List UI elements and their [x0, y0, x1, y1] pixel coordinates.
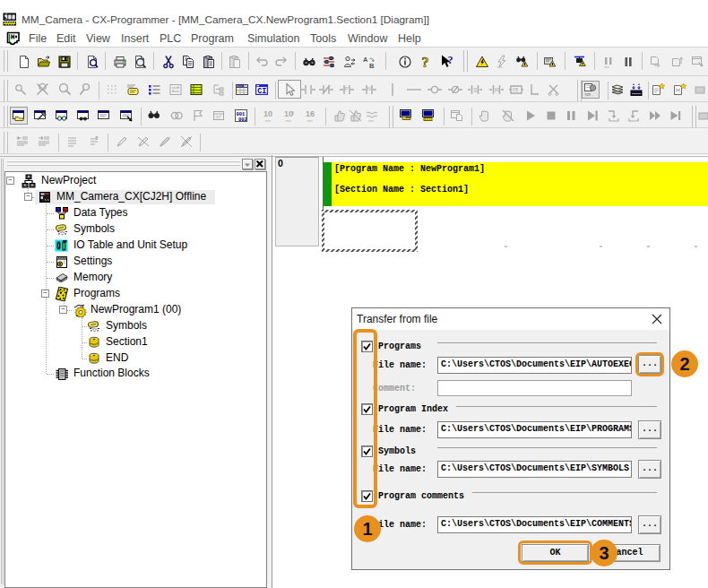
svg-text:S: S: [473, 87, 478, 93]
svg-text:16: 16: [306, 109, 315, 118]
svg-text:ron: ron: [604, 65, 609, 69]
svg-text:A: A: [363, 56, 368, 64]
svg-text:P: P: [345, 86, 349, 91]
svg-text:ron: ron: [368, 118, 374, 123]
svg-text:?: ?: [422, 55, 429, 69]
svg-text:ron: ron: [307, 118, 313, 123]
svg-text:?: ?: [448, 55, 453, 66]
svg-text:ron: ron: [585, 92, 591, 97]
svg-text:B: B: [369, 62, 375, 70]
svg-text:002: 002: [238, 117, 247, 123]
svg-text:ron: ron: [265, 118, 271, 123]
svg-text:R: R: [495, 87, 499, 93]
svg-text:10: 10: [263, 109, 272, 118]
svg-text:ron: ron: [286, 118, 291, 123]
svg-text:SMA: SMA: [237, 84, 244, 88]
svg-text:FB: FB: [513, 87, 519, 92]
svg-text:CI: CI: [257, 87, 266, 96]
svg-text:10: 10: [284, 109, 293, 118]
svg-text:ron: ron: [497, 65, 503, 69]
svg-text:N: N: [367, 86, 371, 91]
